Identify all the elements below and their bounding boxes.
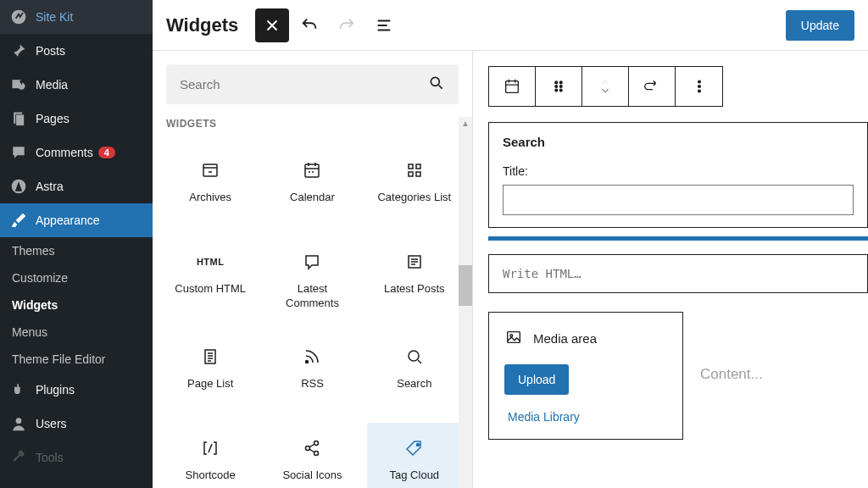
sidebar-item-pages[interactable]: Pages [0,102,153,136]
widget-calendar[interactable]: Calendar [264,145,359,230]
sidebar-item-plugins[interactable]: Plugins [0,373,153,407]
section-label: WIDGETS [153,118,472,138]
html-icon: HTML [197,250,225,274]
block-inserter-panel: WIDGETS Archives Calendar Ca [153,51,473,488]
widget-label: Archives [189,191,231,205]
media-title: Media area [533,331,597,346]
svg-rect-22 [506,81,519,93]
widget-categories[interactable]: Categories List [367,145,462,230]
block-selection-indicator [488,236,868,241]
search-title-input[interactable] [503,185,854,215]
submenu-customize[interactable]: Customize [0,264,153,291]
svg-rect-10 [409,164,413,169]
widget-label: Search [397,377,431,391]
sitekit-icon [10,8,27,25]
toolbar-transform[interactable] [629,67,676,106]
sidebar-item-comments[interactable]: Comments 4 [0,136,153,169]
plugin-icon [10,381,27,398]
widget-custom-html[interactable]: HTML Custom HTML [163,236,258,324]
comment-outline-icon [302,250,322,274]
sidebar-item-appearance[interactable]: Appearance [0,203,153,237]
search-box[interactable] [166,64,459,104]
widget-rss[interactable]: RSS [264,331,359,416]
calendar-icon [302,158,322,182]
submenu-theme-file-editor[interactable]: Theme File Editor [0,346,153,373]
toolbar-more[interactable] [676,67,722,106]
submenu-widgets[interactable]: Widgets [0,291,153,319]
tag-icon [404,436,425,460]
list-view-button[interactable] [367,8,401,42]
block-title: Search [503,135,854,149]
svg-point-20 [314,451,319,455]
widget-latest-posts[interactable]: Latest Posts [367,236,462,324]
svg-rect-9 [305,164,319,177]
sidebar-item-astra[interactable]: Astra [0,169,153,203]
block-toolbar [488,66,723,107]
comment-icon [10,144,27,161]
sidebar-item-tools[interactable]: Tools [0,441,153,474]
sidebar-item-posts[interactable]: Posts [0,34,153,68]
toolbar-move[interactable] [582,67,629,106]
svg-point-16 [306,360,309,363]
share-icon [302,436,322,460]
toolbar-block-type[interactable] [489,67,536,106]
widget-label: Calendar [290,191,335,205]
media-block[interactable]: Media area Upload Media Library [488,312,683,440]
rss-icon [302,345,322,369]
svg-point-19 [306,446,310,450]
archive-icon [200,158,220,182]
brush-icon [10,212,27,229]
close-inserter-button[interactable] [255,8,289,42]
sidebar-label: Site Kit [36,10,73,24]
svg-rect-13 [416,172,420,176]
widget-label: Custom HTML [175,282,246,297]
post-icon [404,250,425,274]
widget-tag-cloud[interactable]: Tag Cloud [367,423,462,488]
submenu-themes[interactable]: Themes [0,237,153,264]
widget-label: Page List [187,377,233,391]
search-input[interactable] [180,77,428,92]
widget-social-icons[interactable]: Social Icons [264,423,359,488]
sidebar-item-users[interactable]: Users [0,407,153,441]
wrench-icon [10,449,27,466]
widget-search[interactable]: Search [367,331,462,416]
widget-archives[interactable]: Archives [163,145,258,230]
widget-grid: Archives Calendar Categories List HTML [163,145,462,488]
svg-point-18 [314,441,319,445]
sidebar-label: Users [36,417,67,430]
widget-label: Shortcode [186,469,236,483]
widget-shortcode[interactable]: Shortcode [163,423,258,488]
svg-rect-12 [409,172,413,176]
field-label: Title: [503,164,854,178]
svg-rect-8 [203,164,217,176]
sidebar-item-sitekit[interactable]: Site Kit [0,0,153,34]
widget-latest-comments[interactable]: Latest Comments [264,236,359,324]
search-icon [428,75,445,94]
redo-button[interactable] [330,8,364,42]
svg-point-24 [559,81,562,84]
image-icon [504,328,523,349]
toolbar-drag[interactable] [536,67,582,106]
update-button[interactable]: Update [786,10,854,41]
undo-button[interactable] [292,8,326,42]
astra-icon [10,178,27,195]
submenu-menus[interactable]: Menus [0,319,153,346]
svg-point-26 [559,86,562,88]
widget-page-list[interactable]: Page List [163,331,258,416]
svg-rect-32 [508,332,520,343]
search-widget-block[interactable]: Search Title: [488,122,868,228]
html-block[interactable]: Write HTML… [488,254,868,293]
sidebar-item-media[interactable]: Media [0,68,153,102]
svg-point-0 [12,10,26,25]
svg-point-30 [698,86,700,88]
svg-point-27 [555,89,558,92]
sidebar-label: Posts [36,44,65,58]
user-icon [10,415,27,432]
sidebar-label: Astra [36,180,64,193]
upload-button[interactable]: Upload [504,364,569,395]
svg-point-21 [416,443,419,446]
content-placeholder[interactable]: Content... [700,312,763,383]
svg-rect-4 [16,114,25,125]
media-library-link[interactable]: Media Library [504,410,667,424]
scrollbar[interactable]: ▲ [459,117,472,488]
